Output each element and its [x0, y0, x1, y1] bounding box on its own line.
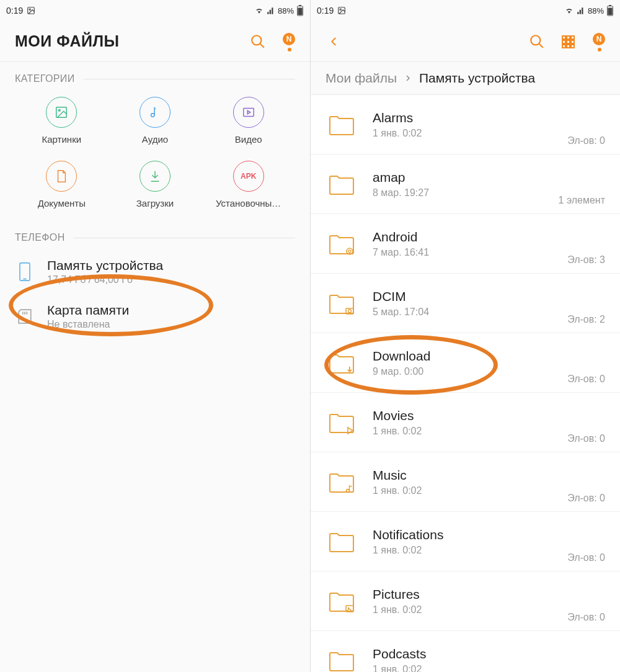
- category-audio[interactable]: Аудио: [108, 97, 202, 145]
- folder-row[interactable]: DCIM5 мар. 17:04Эл-ов: 2: [311, 274, 620, 333]
- notification-badge[interactable]: N: [280, 34, 295, 49]
- breadcrumb: Мои файлы Память устройства: [311, 62, 620, 95]
- folder-name: Alarms: [373, 110, 567, 125]
- folder-count: Эл-ов: 0: [567, 135, 605, 146]
- folder-count: Эл-ов: 0: [567, 374, 605, 385]
- storage-title: Память устройства: [47, 258, 163, 273]
- search-button[interactable]: [249, 33, 267, 50]
- folder-row[interactable]: Notifications1 янв. 0:02Эл-ов: 0: [311, 512, 620, 571]
- folder-name: Music: [373, 468, 567, 483]
- badge-letter: N: [283, 33, 295, 45]
- chevron-right-icon: [404, 73, 412, 84]
- status-bar: 0:19 88%: [311, 0, 620, 21]
- svg-line-22: [539, 43, 543, 48]
- category-apk[interactable]: APK Установочны…: [202, 161, 295, 208]
- svg-rect-19: [609, 5, 611, 6]
- svg-point-33: [348, 250, 351, 253]
- music-icon: [148, 105, 162, 119]
- category-label: Документы: [38, 198, 86, 208]
- folder-icon: [326, 585, 358, 617]
- folder-date: 1 янв. 0:02: [373, 128, 567, 139]
- folder-icon: [326, 526, 358, 558]
- folder-icon: [326, 406, 358, 439]
- folder-date: 7 мар. 16:41: [373, 247, 567, 258]
- svg-rect-11: [20, 263, 30, 280]
- folder-date: 1 янв. 0:02: [373, 604, 567, 616]
- svg-point-17: [340, 9, 341, 10]
- folder-icon: [326, 347, 358, 379]
- status-time: 0:19: [6, 6, 23, 16]
- svg-rect-25: [571, 36, 574, 39]
- search-icon: [250, 34, 266, 50]
- folder-date: 8 мар. 19:27: [373, 187, 559, 199]
- svg-rect-10: [243, 109, 254, 117]
- folder-row[interactable]: Android7 мар. 16:41Эл-ов: 3: [311, 214, 620, 274]
- folder-icon: [326, 168, 358, 200]
- svg-rect-24: [567, 36, 570, 39]
- status-battery-pct: 88%: [278, 6, 294, 16]
- storage-device-memory[interactable]: Память устройства 17,74 Гб / 64,00 Гб: [0, 249, 310, 294]
- status-battery-pct: 88%: [588, 6, 604, 16]
- folder-row[interactable]: Pictures1 янв. 0:02Эл-ов: 0: [311, 571, 620, 631]
- svg-rect-31: [571, 45, 574, 48]
- folder-count: Эл-ов: 0: [567, 612, 605, 623]
- folder-name: amap: [373, 170, 559, 185]
- folder-name: Movies: [373, 408, 567, 423]
- folder-count: Эл-ов: 3: [567, 254, 605, 266]
- category-video[interactable]: Видео: [202, 97, 295, 145]
- screen-left: 0:19 88% МОИ ФАЙЛЫ N КАТЕГОРИИ: [0, 0, 310, 672]
- wifi-icon: [254, 6, 264, 15]
- svg-rect-23: [562, 36, 565, 39]
- folder-row[interactable]: amap8 мар. 19:271 элемент: [311, 155, 620, 214]
- document-icon: [55, 169, 68, 183]
- breadcrumb-root[interactable]: Мои файлы: [326, 71, 397, 86]
- svg-rect-4: [298, 8, 302, 16]
- signal-icon: [267, 6, 275, 15]
- folder-count: 1 элемент: [559, 195, 605, 206]
- status-time: 0:19: [317, 6, 334, 16]
- folder-name: Podcasts: [373, 647, 567, 661]
- svg-rect-28: [571, 40, 574, 43]
- category-label: Аудио: [142, 134, 168, 145]
- folder-date: 1 янв. 0:02: [373, 426, 567, 437]
- notification-badge[interactable]: N: [590, 34, 605, 49]
- folder-list: Alarms1 янв. 0:02Эл-ов: 0amap8 мар. 19:2…: [311, 95, 620, 672]
- search-icon: [529, 34, 545, 50]
- storage-title: Карта памяти: [47, 303, 129, 318]
- search-button[interactable]: [528, 33, 546, 50]
- section-categories-label: КАТЕГОРИИ: [15, 73, 75, 84]
- status-bar: 0:19 88%: [0, 0, 310, 21]
- sd-card-icon: [15, 308, 35, 325]
- grid-icon: [560, 34, 575, 49]
- svg-rect-30: [567, 45, 570, 48]
- phone-icon: [15, 262, 35, 282]
- storage-sub: Не вставлена: [47, 319, 129, 330]
- view-grid-button[interactable]: [559, 33, 577, 50]
- category-downloads[interactable]: Загрузки: [108, 161, 202, 208]
- folder-date: 1 янв. 0:02: [373, 485, 567, 496]
- back-button[interactable]: [326, 33, 343, 50]
- folder-name: Android: [373, 230, 567, 244]
- wifi-icon: [564, 6, 574, 15]
- category-images[interactable]: Картинки: [15, 97, 108, 145]
- folder-count: Эл-ов: 2: [567, 314, 605, 325]
- svg-point-1: [29, 9, 30, 10]
- folder-row[interactable]: Download9 мар. 0:00Эл-ов: 0: [311, 333, 620, 393]
- folder-date: 5 мар. 17:04: [373, 307, 567, 318]
- folder-date: 9 мар. 0:00: [373, 366, 567, 377]
- folder-row[interactable]: Music1 янв. 0:02Эл-ов: 0: [311, 452, 620, 512]
- video-icon: [242, 105, 255, 119]
- folder-name: DCIM: [373, 289, 567, 304]
- folder-row[interactable]: Podcasts1 янв. 0:02Эл-ов: 0: [311, 631, 620, 672]
- folder-name: Download: [373, 349, 567, 364]
- svg-rect-3: [299, 5, 301, 6]
- apk-icon: APK: [241, 172, 256, 181]
- storage-sd-card[interactable]: Карта памяти Не вставлена: [0, 294, 310, 339]
- folder-row[interactable]: Movies1 янв. 0:02Эл-ов: 0: [311, 393, 620, 452]
- svg-point-35: [348, 310, 352, 313]
- category-documents[interactable]: Документы: [15, 161, 108, 208]
- breadcrumb-current: Память устройства: [419, 71, 535, 86]
- folder-row[interactable]: Alarms1 янв. 0:02Эл-ов: 0: [311, 95, 620, 155]
- section-categories-header: КАТЕГОРИИ: [0, 62, 310, 91]
- screenshot-icon: [27, 6, 35, 15]
